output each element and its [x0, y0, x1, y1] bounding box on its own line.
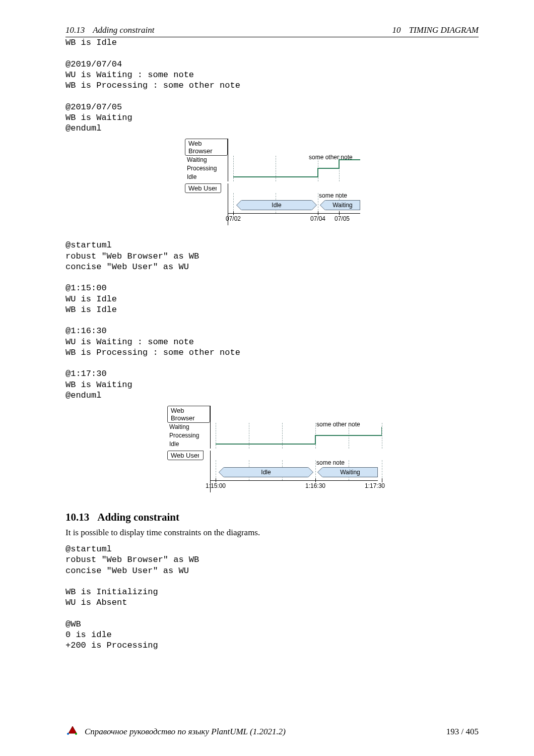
participant-web-browser: Web Browser — [167, 406, 210, 423]
note-some-other-note: some other note — [309, 154, 353, 161]
tick-0702: 07/02 — [226, 215, 241, 222]
section-heading: 10.13Adding constraint — [65, 511, 479, 524]
header-left: 10.13 Adding constraint — [65, 25, 155, 35]
state-processing-label: Processing — [166, 431, 210, 440]
concise-segment-waiting: Waiting — [322, 467, 378, 477]
concise-segment-idle: Idle — [241, 200, 312, 210]
page-header: 10.13 Adding constraint 10 TIMING DIAGRA… — [65, 25, 479, 37]
participant-web-user: Web User — [167, 451, 204, 460]
plantuml-logo-icon — [65, 725, 79, 738]
concise-segment-idle: Idle — [224, 467, 308, 477]
state-processing-label: Processing — [184, 164, 228, 173]
header-section-title: TIMING DIAGRAM — [409, 25, 479, 35]
footer-text: Справочное руководство по языку PlantUML… — [85, 727, 286, 737]
section-intro: It is possible to display time constrain… — [65, 528, 479, 538]
timing-diagram-1: Web Browser Waiting Processing Idle some… — [184, 139, 360, 226]
note-some-note: some note — [319, 192, 347, 199]
header-right: 10 TIMING DIAGRAM — [392, 25, 479, 35]
participant-web-browser: Web Browser — [185, 139, 228, 156]
note-some-note: some note — [316, 459, 345, 466]
header-subsection-number: 10.13 — [65, 25, 85, 35]
tick-0705: 07/05 — [335, 215, 350, 222]
header-section-number: 10 — [392, 25, 400, 35]
code-block-2: @startuml robust "Web Browser" as WB con… — [65, 240, 479, 401]
tick-11630: 1:16:30 — [305, 482, 325, 489]
state-idle-label: Idle — [166, 440, 210, 449]
section-title: Adding constraint — [97, 511, 179, 523]
code-block-1: WB is Idle @2019/07/04 WU is Waiting : s… — [65, 37, 479, 134]
code-block-3: @startuml robust "Web Browser" as WB con… — [65, 544, 479, 651]
timing-diagram-2: Web Browser Waiting Processing Idle — [166, 406, 378, 493]
svg-marker-0 — [69, 726, 77, 733]
page-footer: Справочное руководство по языку PlantUML… — [65, 725, 479, 738]
tick-11500: 1:15:00 — [206, 482, 226, 489]
tick-11730: 1:17:30 — [365, 482, 385, 489]
header-subsection-title: Adding constraint — [93, 25, 154, 35]
svg-point-1 — [67, 733, 69, 735]
state-idle-label: Idle — [184, 173, 228, 181]
state-waiting-label: Waiting — [166, 423, 210, 431]
note-some-other-note: some other note — [316, 421, 360, 428]
section-number: 10.13 — [65, 511, 89, 523]
tick-0704: 07/04 — [310, 215, 325, 222]
participant-web-user: Web User — [185, 183, 221, 193]
page-number: 193 / 405 — [446, 727, 479, 737]
svg-point-2 — [75, 733, 77, 735]
state-waiting-label: Waiting — [184, 156, 228, 164]
concise-segment-waiting: Waiting — [325, 200, 360, 210]
